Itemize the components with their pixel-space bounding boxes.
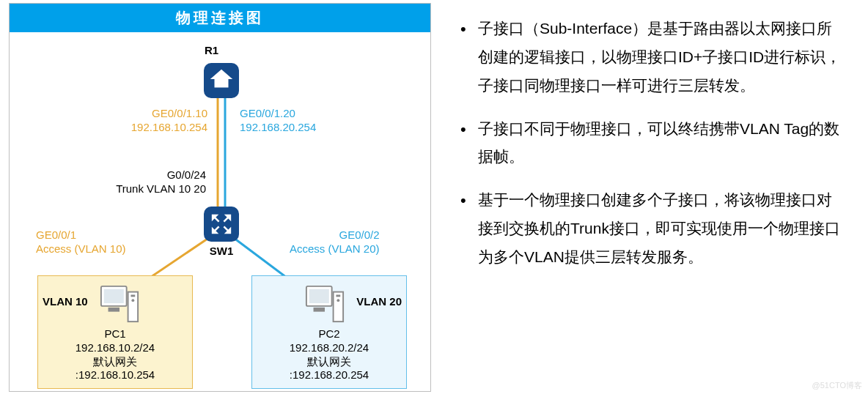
router-icon: [204, 63, 239, 98]
access1-label: GE0/0/1 Access (VLAN 10): [36, 228, 126, 256]
pc2-info: PC2 192.168.20.2/24 默认网关 :192.168.20.254: [252, 327, 406, 382]
switch-icon: [204, 207, 239, 242]
svg-point-20: [336, 299, 339, 302]
svg-rect-13: [130, 294, 135, 297]
diagram-column: 物理连接图 R1: [0, 0, 440, 394]
pc1-icon: [98, 283, 141, 327]
description-column: 子接口（Sub-Interface）是基于路由器以太网接口所创建的逻辑接口，以物…: [440, 0, 868, 394]
bullet-list: 子接口（Sub-Interface）是基于路由器以太网接口所创建的逻辑接口，以物…: [457, 15, 846, 272]
bullet-item: 子接口不同于物理接口，可以终结携带VLAN Tag的数据帧。: [457, 115, 846, 172]
bullet-item: 基于一个物理接口创建多个子接口，将该物理接口对接到交换机的Trunk接口，即可实…: [457, 186, 846, 272]
svg-rect-16: [309, 289, 329, 303]
router-label: R1: [205, 44, 218, 58]
vlan20-tag: VLAN 20: [356, 295, 402, 309]
trunk-label: G0/0/24 Trunk VLAN 10 20: [89, 168, 206, 196]
diagram-canvas: R1 GE0/0/1.10 192.168.10.254 GE0/0/1.20 …: [10, 32, 430, 391]
svg-rect-11: [108, 308, 119, 312]
pc1-info: PC1 192.168.10.2/24 默认网关 :192.168.10.254: [38, 327, 192, 382]
svg-marker-4: [210, 70, 232, 88]
diagram-panel: 物理连接图 R1: [9, 3, 431, 392]
diagram-title: 物理连接图: [10, 4, 430, 32]
svg-rect-19: [336, 294, 340, 297]
page: 物理连接图 R1: [0, 0, 868, 394]
access2-label: GE0/0/2 Access (VLAN 20): [290, 228, 380, 256]
vlan20-box: VLAN 20 PC2 192.168.20.2/24: [251, 275, 407, 389]
svg-point-14: [131, 299, 134, 302]
subif-left: GE0/0/1.10 192.168.10.254: [105, 107, 207, 135]
pc2-icon: [304, 283, 346, 327]
bullet-item: 子接口（Sub-Interface）是基于路由器以太网接口所创建的逻辑接口，以物…: [457, 15, 846, 100]
watermark: @51CTO博客: [812, 380, 862, 391]
svg-rect-10: [104, 289, 124, 303]
subif-right: GE0/0/1.20 192.168.20.254: [240, 107, 316, 135]
switch-label: SW1: [202, 245, 241, 259]
vlan10-box: VLAN 10 PC1 192.168.10.2/24: [37, 275, 193, 389]
svg-rect-17: [314, 308, 325, 312]
vlan10-tag: VLAN 10: [43, 295, 88, 309]
